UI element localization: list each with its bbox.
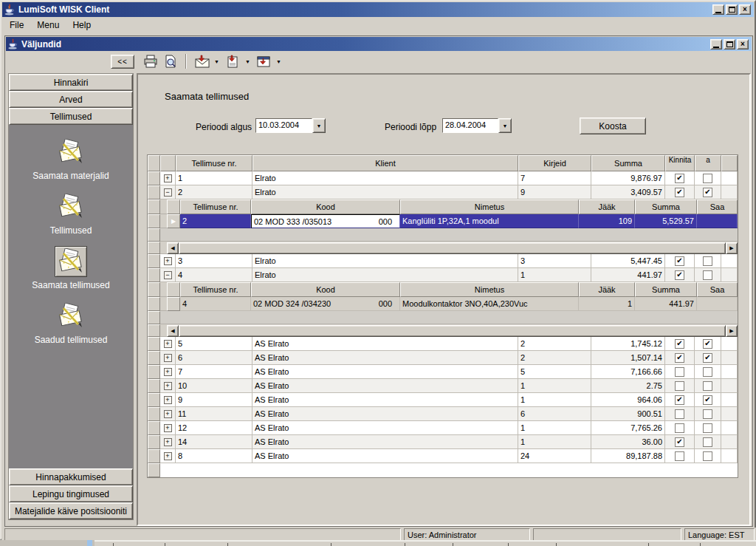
cell-kinnita-checkbox[interactable]: ✔ <box>665 171 695 185</box>
row-header-cell[interactable] <box>148 171 160 185</box>
maximize-button[interactable] <box>726 4 738 15</box>
row-header-cell[interactable] <box>148 254 160 268</box>
scrollbar-thumb[interactable] <box>179 242 726 254</box>
expand-row-button[interactable]: + <box>164 438 172 446</box>
export-window-button[interactable] <box>255 53 272 69</box>
window-export-dropdown[interactable]: ▼ <box>276 59 281 64</box>
cell-kinnita-checkbox[interactable] <box>665 449 695 463</box>
cell-kinnita-checkbox[interactable] <box>665 379 695 393</box>
table-row[interactable]: +1Elrato79,876.97✔ <box>148 171 738 185</box>
checkbox-unchecked[interactable] <box>703 409 712 419</box>
expand-row-button[interactable]: + <box>164 340 172 348</box>
checkbox-checked[interactable]: ✔ <box>675 339 684 349</box>
generate-button[interactable]: Koosta <box>580 117 646 134</box>
col-header-kirjeid[interactable]: Kirjeid <box>518 155 591 171</box>
cell-a-checkbox[interactable] <box>695 171 721 185</box>
menu-item-menu[interactable]: Menu <box>31 18 65 32</box>
document-export-dropdown[interactable]: ▼ <box>245 59 250 64</box>
checkbox-checked[interactable]: ✔ <box>703 395 712 405</box>
checkbox-checked[interactable]: ✔ <box>675 437 684 447</box>
cell-a-checkbox[interactable] <box>695 407 721 421</box>
sub-col-header-jaak[interactable]: Jääk <box>579 199 635 214</box>
col-header-a[interactable]: a <box>695 155 721 171</box>
table-row[interactable]: +5AS Elrato21,745.12✔✔ <box>148 337 738 351</box>
subtable-row[interactable]: 402 MOD 324 /034230000Moodulkontaktor 3N… <box>148 297 738 311</box>
table-row[interactable]: +10AS Elrato12.75 <box>148 379 738 393</box>
inner-maximize-button[interactable] <box>724 39 735 50</box>
cell-a-checkbox[interactable] <box>695 435 721 449</box>
table-row[interactable]: +6AS Elrato21,507.14✔✔ <box>148 351 738 365</box>
period-end-combo[interactable]: 28.04.2004 ▼ <box>442 118 512 133</box>
col-header-tellimuse-nr[interactable]: Tellimuse nr. <box>176 155 252 171</box>
table-row[interactable]: +3Elrato35,447.45✔ <box>148 254 738 268</box>
export-document-button[interactable] <box>224 53 241 69</box>
checkbox-checked[interactable]: ✔ <box>675 188 684 197</box>
sidebar-section-arved[interactable]: Arved <box>9 91 133 108</box>
col-header-summa[interactable]: Summa <box>591 155 665 171</box>
sidebar-item-saamata-materjalid[interactable]: Saamata materjalid <box>32 137 109 181</box>
period-start-dropdown-button[interactable]: ▼ <box>312 118 326 133</box>
sub-col-header-summa[interactable]: Summa <box>635 199 697 214</box>
checkbox-checked[interactable]: ✔ <box>675 174 684 183</box>
checkbox-checked[interactable]: ✔ <box>675 353 684 363</box>
cell-kinnita-checkbox[interactable]: ✔ <box>665 435 695 449</box>
cell-a-checkbox[interactable]: ✔ <box>695 393 721 407</box>
cell-kinnita-checkbox[interactable] <box>665 407 695 421</box>
row-header-cell[interactable] <box>148 365 160 379</box>
close-button[interactable]: × <box>739 4 751 15</box>
table-row[interactable]: −4Elrato1441.97✔ <box>148 268 738 282</box>
sub-col-header-tellimuse-nr[interactable]: Tellimuse nr. <box>180 282 251 297</box>
sub-col-header-tellimuse-nr[interactable]: Tellimuse nr. <box>180 199 251 214</box>
checkbox-checked[interactable]: ✔ <box>703 353 712 363</box>
expand-row-button[interactable]: + <box>164 368 172 376</box>
checkbox-unchecked[interactable] <box>675 367 684 377</box>
checkbox-checked[interactable]: ✔ <box>675 270 684 280</box>
table-row[interactable]: +8AS Elrato2489,187.88 <box>148 449 738 463</box>
row-header-cell[interactable] <box>148 449 160 463</box>
checkbox-unchecked[interactable] <box>675 451 684 461</box>
collapse-row-button[interactable]: − <box>164 271 172 279</box>
row-header-cell[interactable] <box>148 421 160 435</box>
checkbox-unchecked[interactable] <box>703 423 712 433</box>
checkbox-unchecked[interactable] <box>675 409 684 419</box>
row-header-cell[interactable] <box>148 268 160 282</box>
mail-export-dropdown[interactable]: ▼ <box>214 59 219 64</box>
cell-a-checkbox[interactable] <box>695 365 721 379</box>
scrollbar-thumb[interactable] <box>179 325 726 337</box>
checkbox-unchecked[interactable] <box>703 270 712 280</box>
cell-a-checkbox[interactable] <box>695 421 721 435</box>
cell-kinnita-checkbox[interactable] <box>665 365 695 379</box>
menu-item-help[interactable]: Help <box>66 18 97 32</box>
table-row[interactable]: −2Elrato93,409.57✔✔ <box>148 185 738 199</box>
row-header-cell[interactable] <box>148 351 160 365</box>
checkbox-unchecked[interactable] <box>703 437 712 447</box>
cell-a-checkbox[interactable] <box>695 268 721 282</box>
checkbox-checked[interactable]: ✔ <box>703 188 712 197</box>
cell-kinnita-checkbox[interactable]: ✔ <box>665 351 695 365</box>
sidebar-section-hinnapakkumised[interactable]: Hinnapakkumised <box>9 468 133 485</box>
cell-kinnita-checkbox[interactable]: ✔ <box>665 393 695 407</box>
checkbox-unchecked[interactable] <box>703 256 712 266</box>
print-button[interactable] <box>142 53 159 69</box>
table-row[interactable]: +12AS Elrato17,765.26 <box>148 421 738 435</box>
sidebar-section-hinnakiri[interactable]: Hinnakiri <box>9 74 133 91</box>
row-header-cell[interactable] <box>148 393 160 407</box>
sidebar-item-tellimused[interactable]: Tellimused <box>50 191 92 236</box>
sidebar-section-lepingu-tingimused[interactable]: Lepingu tingimused <box>9 485 133 502</box>
checkbox-checked[interactable]: ✔ <box>675 395 684 405</box>
horizontal-scrollbar[interactable]: ◀▶ <box>167 324 738 337</box>
menu-item-file[interactable]: File <box>4 18 30 32</box>
collapse-sidebar-button[interactable]: << <box>111 55 134 69</box>
checkbox-checked[interactable]: ✔ <box>675 256 684 266</box>
expand-row-button[interactable]: + <box>164 382 172 390</box>
expand-row-button[interactable]: + <box>164 354 172 362</box>
cell-a-checkbox[interactable] <box>695 379 721 393</box>
horizontal-scrollbar[interactable]: ◀▶ <box>167 242 738 254</box>
scroll-right-button[interactable]: ▶ <box>726 242 738 254</box>
table-row[interactable]: +11AS Elrato6900.51 <box>148 407 738 421</box>
sidebar-item-saadud-tellimused[interactable]: Saadud tellimused <box>35 301 108 345</box>
sub-col-header-saa[interactable]: Saa <box>697 282 738 297</box>
expand-row-button[interactable]: + <box>164 452 172 460</box>
sidebar-item-saamata-tellimused[interactable]: Saamata tellimused <box>32 246 109 290</box>
period-end-dropdown-button[interactable]: ▼ <box>498 118 512 133</box>
